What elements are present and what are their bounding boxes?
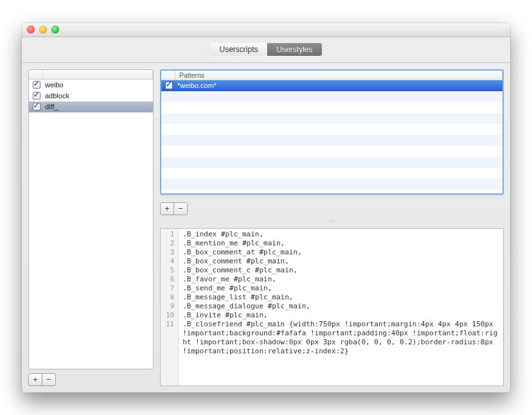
sidebar-item[interactable]: diff_	[29, 102, 153, 112]
pattern-row-empty[interactable]	[161, 135, 502, 146]
pattern-row-empty[interactable]	[161, 168, 502, 179]
pattern-row-empty[interactable]	[161, 91, 502, 102]
patterns-header: Patterns	[161, 71, 502, 80]
pattern-row-empty[interactable]	[161, 146, 502, 157]
sidebar: weiboadblockdiff_ + −	[28, 69, 154, 386]
code-body[interactable]: .B_index #plc_main, .B_mention_me #plc_m…	[179, 229, 503, 385]
remove-pattern-button[interactable]: −	[173, 202, 188, 215]
add-pattern-button[interactable]: +	[160, 202, 174, 215]
content-area: weiboadblockdiff_ + − Patterns *weibo.co…	[22, 63, 510, 393]
tab-userscripts[interactable]: Userscripts	[210, 43, 267, 56]
pattern-label: *weibo.com*	[177, 82, 500, 89]
tab-userstyles[interactable]: Userstyles	[267, 43, 322, 56]
styles-header-name-col	[43, 70, 153, 79]
sidebar-button-bar: + −	[28, 373, 154, 386]
app-window: Userscripts Userstyles weiboadblockdiff_…	[22, 23, 510, 393]
window-zoom-button[interactable]	[51, 26, 59, 33]
pattern-row[interactable]: *weibo.com*	[161, 80, 502, 91]
split-grip[interactable]: ⋯	[160, 219, 504, 224]
sidebar-item-label: adblock	[45, 92, 150, 100]
pattern-row-empty[interactable]	[161, 124, 502, 135]
code-editor[interactable]: 1 2 3 4 5 6 7 8 9 10 11 .B_index #plc_ma…	[160, 228, 504, 386]
code-gutter: 1 2 3 4 5 6 7 8 9 10 11	[161, 229, 179, 385]
checkbox-icon[interactable]	[33, 103, 40, 110]
window-minimize-button[interactable]	[39, 26, 47, 33]
sidebar-item[interactable]: weibo	[29, 80, 153, 91]
patterns-header-label: Patterns	[175, 71, 502, 80]
checkbox-icon[interactable]	[165, 82, 173, 89]
sidebar-item-label: weibo	[45, 81, 150, 89]
titlebar	[22, 23, 510, 37]
pattern-row-empty[interactable]	[161, 179, 502, 190]
remove-style-button[interactable]: −	[42, 373, 56, 386]
pattern-row-empty[interactable]	[161, 113, 502, 124]
patterns-list: Patterns *weibo.com*	[160, 69, 504, 195]
styles-header-check-col	[29, 70, 43, 79]
sidebar-item[interactable]: adblock	[29, 91, 153, 102]
main-column: Patterns *weibo.com* + − ⋯ 1 2 3 4 5 6 7…	[160, 69, 504, 386]
pattern-row-empty[interactable]	[161, 102, 502, 113]
add-style-button[interactable]: +	[28, 373, 42, 386]
patterns-list-rows[interactable]: *weibo.com*	[161, 80, 502, 193]
sidebar-item-label: diff_	[45, 103, 150, 110]
window-close-button[interactable]	[27, 26, 35, 33]
styles-list: weiboadblockdiff_	[28, 69, 154, 369]
patterns-button-bar: + −	[160, 202, 504, 215]
checkbox-icon[interactable]	[33, 92, 40, 100]
tabs-row: Userscripts Userstyles	[22, 37, 510, 63]
styles-list-header	[29, 70, 153, 80]
pattern-row-empty[interactable]	[161, 157, 502, 168]
checkbox-icon[interactable]	[33, 81, 40, 89]
segmented-control: Userscripts Userstyles	[210, 43, 321, 56]
styles-list-rows[interactable]: weiboadblockdiff_	[29, 80, 153, 369]
patterns-header-check-col	[161, 71, 175, 80]
